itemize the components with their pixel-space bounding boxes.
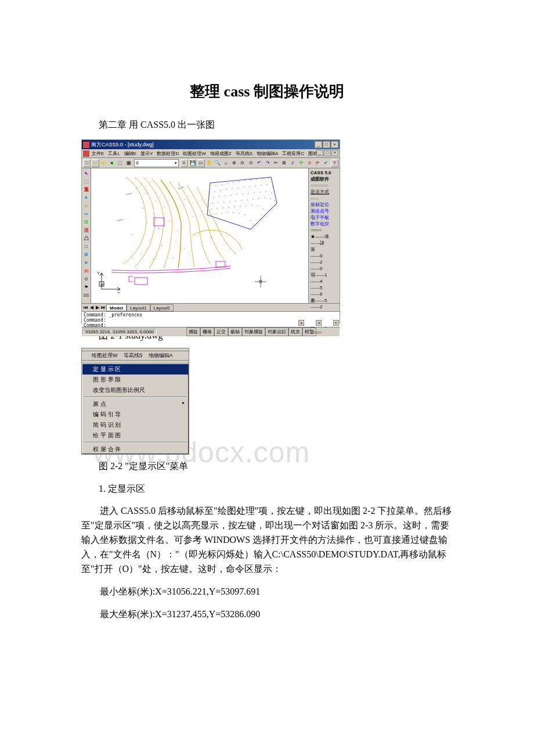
lt-txt2-icon[interactable]: 注	[82, 226, 90, 234]
tool-folder-icon[interactable]: ▭	[197, 159, 204, 167]
lt-flag-icon[interactable]: ⚑	[82, 283, 90, 291]
ms-bar-contour[interactable]: 等高线S	[121, 351, 146, 360]
menu-item-display-area[interactable]: 定 显 示 区	[82, 364, 188, 375]
tool-open-icon[interactable]: ▭	[91, 159, 99, 167]
mdi-close[interactable]: ×	[331, 150, 338, 156]
mdi-max[interactable]: □	[324, 150, 331, 156]
rp-item3[interactable]: 数字化仪	[311, 221, 338, 227]
lt-91-icon[interactable]: .91	[82, 267, 90, 275]
maximize-button[interactable]: □	[323, 141, 330, 148]
tool-zoomall-icon[interactable]: ⊕	[230, 159, 238, 167]
tool-help-icon[interactable]: ?	[331, 159, 338, 167]
otrack-toggle[interactable]: 对象追踪	[265, 327, 288, 336]
menu-view[interactable]: 显示Y	[139, 150, 154, 157]
menu-eng[interactable]: 工程应用C	[280, 150, 306, 157]
menu-item-limits[interactable]: 图 形 界 限	[82, 375, 188, 385]
rp-item0[interactable]: 坐标定位	[311, 201, 338, 208]
menu-item-plan[interactable]: 绘 平 面 图	[82, 430, 188, 441]
menu-tool[interactable]: 工具L	[106, 150, 121, 157]
rp-h1[interactable]: ------諸	[311, 240, 338, 246]
lwt-toggle[interactable]: 线宽	[288, 327, 302, 336]
tool-m1-icon[interactable]: ⫽	[289, 159, 297, 167]
rp-h6[interactable]: 谓------1	[311, 272, 338, 278]
menu-item-code-guide[interactable]: 编 码 引 导	[82, 409, 188, 420]
menu-item-scale[interactable]: 改变当前图形比例尺	[82, 385, 188, 395]
rp-h3[interactable]: ------0	[311, 253, 338, 259]
tool-undo-icon[interactable]: ↶	[255, 159, 263, 167]
rp-h8[interactable]: ------5	[311, 285, 338, 291]
ms-bar-edit[interactable]: 地物编辑A	[146, 351, 176, 360]
menu-item-merge[interactable]: 权 屋 合 并	[82, 444, 188, 453]
tool-zoomprev-icon[interactable]: ⊖	[239, 159, 246, 167]
lt-house-icon[interactable]: ⌂	[82, 202, 90, 210]
close-button[interactable]: ×	[331, 141, 338, 148]
cmd-scroll-up-icon[interactable]: ▴	[298, 320, 304, 326]
lt-line-icon[interactable]: ═	[82, 210, 90, 218]
menu-file[interactable]: 文件E	[90, 150, 106, 157]
lt-txt1-icon[interactable]: 重	[82, 186, 90, 193]
menu-item-code-rec[interactable]: 简 码 识 别	[82, 420, 188, 430]
tool-dim-icon[interactable]: ⊞	[280, 159, 288, 167]
rp-h0[interactable]: ★------准	[311, 233, 338, 240]
osnap-toggle[interactable]: 对象捕捉	[242, 327, 265, 336]
tool-m4-icon[interactable]: ナ	[314, 159, 322, 167]
tab-prev-icon[interactable]: ◀	[89, 305, 95, 310]
tab-layout2[interactable]: Layout2	[150, 304, 174, 311]
lt-circ-icon[interactable]: ⊙	[82, 275, 90, 283]
tool-layer-icon[interactable]: ◐	[100, 159, 107, 167]
lt-wave-icon[interactable]: ≋	[82, 259, 90, 267]
menu-draw[interactable]: 绘图处理W	[181, 150, 208, 157]
rp-h11[interactable]: ------2	[311, 304, 338, 310]
tab-layout1[interactable]: Layout1	[127, 304, 150, 311]
menu-contour[interactable]: 等高线S	[234, 150, 254, 157]
menu-objedit[interactable]: 地物编辑A	[255, 150, 280, 157]
command-line[interactable]: Command: _preferences Command: Command: …	[82, 311, 340, 327]
rp-item1[interactable]: 测点点号	[311, 208, 338, 214]
ortho-toggle[interactable]: 正交	[214, 327, 228, 336]
menu-edit[interactable]: 编辑E	[122, 150, 138, 157]
mdi-min[interactable]: _	[316, 150, 323, 156]
polar-toggle[interactable]: 极轴	[228, 327, 242, 336]
grid-toggle[interactable]: 栅格	[200, 327, 214, 336]
tool-redo-icon[interactable]: ↷	[264, 159, 271, 167]
rp-h10[interactable]: 趣------5	[311, 297, 338, 304]
layer-combo[interactable]: 0	[134, 159, 178, 167]
rp-item2[interactable]: 电子平板	[311, 214, 338, 221]
drawing-canvas[interactable]: -------- -------- ------- ------	[91, 168, 308, 303]
tool-color-icon[interactable]: ■	[108, 159, 116, 167]
tool-lock-icon[interactable]: ⬚	[117, 159, 124, 167]
lt-ss-icon[interactable]: SS	[82, 291, 90, 299]
menu-diji[interactable]: 地籍成图Z	[208, 150, 233, 157]
model-toggle[interactable]: 模型	[302, 327, 316, 336]
tool-zoome-icon[interactable]: ⊙	[247, 159, 255, 167]
lt-rect-icon[interactable]: 凸	[82, 235, 90, 242]
minimize-button[interactable]: _	[315, 141, 322, 148]
cmd-scroll-l-icon[interactable]: ◂	[316, 320, 322, 326]
ms-bar-draw[interactable]: 绘图处理W	[89, 351, 121, 360]
tool-pan-icon[interactable]: ✋	[205, 159, 213, 167]
rp-h7[interactable]: ------4	[311, 278, 338, 285]
tab-last-icon[interactable]: ⏭	[100, 305, 106, 310]
rp-h2[interactable]: 落	[311, 246, 338, 253]
lt-grid-icon[interactable]: ⊞	[82, 251, 90, 258]
tool-m2-icon[interactable]: 十	[297, 159, 305, 167]
tool-m3-icon[interactable]: ※	[305, 159, 313, 167]
rp-h5[interactable]: ------0	[311, 265, 338, 272]
tool-print-icon[interactable]: ▦	[125, 159, 132, 167]
cmd-scroll-r-icon[interactable]: ▸	[333, 320, 339, 326]
rp-h9[interactable]: ------6	[311, 291, 338, 297]
tool-zoomw-icon[interactable]: ⌕	[222, 159, 229, 167]
lt-sel-icon[interactable]: ⬚	[82, 178, 90, 185]
tool-cut-icon[interactable]: ✂	[272, 159, 280, 167]
tab-model[interactable]: Model	[106, 304, 127, 311]
lt-cursor-icon[interactable]: ⬉	[82, 170, 90, 177]
tool-new-icon[interactable]: □	[83, 159, 91, 167]
snap-toggle[interactable]: 捕捉	[186, 327, 200, 336]
tab-first-icon[interactable]: ⏮	[83, 305, 89, 310]
lt-box-icon[interactable]: □	[82, 243, 90, 250]
menu-item-points[interactable]: 展 点	[82, 399, 188, 409]
rp-h4[interactable]: ------2	[311, 259, 338, 265]
tool-m5-icon[interactable]: ✔	[322, 159, 330, 167]
lt-pt-icon[interactable]: ✦	[82, 194, 90, 201]
tool-zoomrt-icon[interactable]: 🔍	[214, 159, 221, 167]
